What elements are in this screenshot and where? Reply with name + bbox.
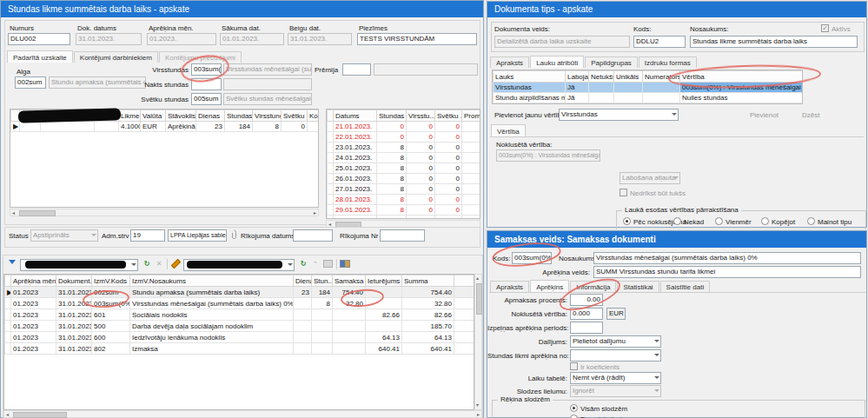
radio-mainot-tipu[interactable] bbox=[807, 217, 815, 225]
tab-saistitie-dati[interactable]: Saistītie dati bbox=[660, 281, 711, 292]
aprekina-veids-field[interactable]: SUMM Virsstundas stundu tarifa likmei bbox=[593, 266, 861, 278]
window-title-bar[interactable]: Dokumenta tips - apskate bbox=[487, 2, 866, 17]
tab-apraksts[interactable]: Apraksts bbox=[490, 56, 529, 68]
column-header[interactable]: Labojams bbox=[566, 71, 589, 83]
radio-vienmer[interactable] bbox=[715, 217, 723, 225]
tab-aprekins[interactable]: Aprēķins bbox=[530, 280, 569, 292]
nosaukums-field[interactable]: Stundas likme summētais darba laiks bbox=[690, 36, 858, 48]
column-header[interactable]: Virsstu... bbox=[407, 110, 435, 122]
tab-kontejumu-precizejumi[interactable]: Kontējumu precizējumi bbox=[159, 51, 242, 63]
column-header[interactable]: IzmV.Nosaukums bbox=[130, 275, 294, 287]
table-row[interactable]: ▶4.1000EURAprēķinā2318480 bbox=[11, 122, 320, 132]
table-row[interactable]: 25.01.2023.800 bbox=[328, 163, 481, 174]
table-row[interactable]: 30.01.2023.800 bbox=[328, 216, 481, 220]
table-row[interactable]: 01.202331.01.2023.500Darba devēja daļa s… bbox=[5, 321, 475, 332]
rikojuma-nr-field[interactable] bbox=[380, 229, 425, 242]
column-header[interactable]: Summa bbox=[402, 275, 454, 287]
column-header[interactable]: Stundas bbox=[377, 110, 407, 122]
table-row[interactable]: VirsstundasJā003sum(0%) : Virsstundas mē… bbox=[494, 83, 804, 93]
tab-informacija[interactable]: Informācija bbox=[570, 281, 616, 292]
calc-vscrollbar[interactable]: ▴ ▾ bbox=[474, 274, 482, 410]
tab-padarita-uzskaite[interactable]: Padarītā uzskaite bbox=[7, 50, 73, 63]
table-row[interactable]: 01.202331.01.2023.003sum(0%)Virsstundas … bbox=[5, 298, 475, 309]
izpelnas-field[interactable] bbox=[570, 322, 603, 334]
slodzes-lielumu-combo[interactable]: Ignorēt bbox=[570, 385, 661, 397]
table-row[interactable]: 29.01.2023.800 bbox=[328, 205, 481, 216]
sakuma-dat-field[interactable]: 01.01.2023. bbox=[220, 33, 284, 45]
column-header[interactable]: Dienas bbox=[294, 275, 312, 287]
column-header[interactable]: Ko bbox=[308, 110, 320, 122]
column-header[interactable]: Stundas bbox=[225, 110, 253, 122]
column-header[interactable]: Numerators bbox=[643, 71, 680, 83]
column-header[interactable]: Likme bbox=[119, 110, 141, 122]
column-header[interactable]: Promb. bbox=[462, 110, 481, 122]
table-row[interactable]: 23.01.2023.800 bbox=[328, 143, 481, 153]
table-row[interactable]: 21.01.2023.000 bbox=[328, 122, 481, 132]
beigu-dat-field[interactable]: 31.01.2023. bbox=[288, 33, 352, 45]
nedrikst-tukss-checkbox[interactable] bbox=[620, 189, 627, 196]
column-header[interactable]: Valūta bbox=[141, 110, 166, 122]
adm-strv-field[interactable]: 19 bbox=[130, 229, 165, 242]
dalijums-combo[interactable]: Pielietot dalījumu bbox=[570, 335, 661, 348]
pievienot-button[interactable]: Pievienot bbox=[750, 111, 779, 119]
column-header[interactable]: Vērtība bbox=[680, 71, 804, 83]
table-row[interactable]: 26.01.2023.800 bbox=[328, 174, 481, 184]
stundas-likmi-combo[interactable] bbox=[570, 349, 661, 362]
radio-pec-noklusejuma[interactable] bbox=[623, 217, 631, 225]
radio-pamatslodzei[interactable] bbox=[570, 415, 578, 418]
alga-code-field[interactable]: 002sum bbox=[15, 76, 46, 89]
column-header[interactable] bbox=[5, 275, 11, 287]
column-header[interactable]: Datums bbox=[334, 110, 377, 122]
column-header[interactable]: Samaksa bbox=[333, 275, 366, 287]
premija-code-field[interactable] bbox=[342, 63, 371, 76]
tab-papildgrupas[interactable]: Papildgrupas bbox=[585, 56, 638, 68]
svetku-code-field[interactable]: 005sum bbox=[191, 93, 222, 105]
piezimes-field[interactable]: TESTS VIRSSTUNDĀM bbox=[357, 33, 477, 45]
aktivs-checkbox[interactable]: ✓ bbox=[821, 24, 829, 32]
column-header[interactable] bbox=[454, 275, 475, 287]
dzest-button[interactable]: Dzēst bbox=[802, 111, 819, 119]
labosana-combo[interactable]: Labošana atļauta bbox=[620, 172, 680, 184]
dok-datums-field[interactable]: 31.01.2023. bbox=[76, 33, 142, 45]
radio-nekad[interactable] bbox=[673, 217, 681, 225]
calc-hscrollbar[interactable]: ◂ ▸ bbox=[3, 410, 482, 418]
kods-field[interactable]: DDLU2 bbox=[633, 36, 686, 48]
pay-kods-field[interactable]: 003sum(0%) bbox=[512, 252, 552, 264]
tab-pay-apraksts[interactable]: Apraksts bbox=[490, 281, 529, 292]
apmaksas-procents-field[interactable]: 0.00 bbox=[570, 294, 603, 306]
radio-visam-slodzem[interactable] bbox=[570, 404, 578, 412]
refresh2-icon[interactable]: ↻ bbox=[298, 259, 308, 269]
numurs-field[interactable]: DLU002 bbox=[8, 33, 70, 45]
nokluseta-field[interactable]: 0.000 bbox=[570, 308, 603, 320]
column-header[interactable] bbox=[328, 110, 334, 122]
table-row[interactable]: ▶01.202331.01.2023.002sumStundu apmaksa … bbox=[5, 287, 475, 298]
column-header[interactable]: Stāvoklis bbox=[166, 110, 196, 122]
options-icon[interactable]: '' bbox=[310, 259, 321, 269]
table-row[interactable]: 27.01.2023.800 bbox=[328, 184, 481, 195]
column-header[interactable]: Dokument... ▲ bbox=[56, 275, 92, 287]
table-row[interactable]: 01.202331.01.2023.600Iedzīvotāju ienākum… bbox=[5, 332, 475, 343]
ir-koeficients-checkbox[interactable] bbox=[570, 362, 578, 370]
new-value-combo[interactable]: Virsstundas bbox=[559, 109, 679, 121]
status-combo[interactable]: Apstiprināts bbox=[30, 229, 98, 242]
tab-vertiba[interactable]: Vērtība bbox=[491, 124, 526, 136]
paperclip-icon[interactable] bbox=[229, 229, 239, 240]
table-row[interactable]: Stundu aizpildīšanas metodeJāNulles stun… bbox=[494, 93, 804, 103]
column-header[interactable]: Svētku ... bbox=[435, 110, 462, 122]
column-header[interactable]: Netukšs bbox=[589, 71, 614, 83]
tab-kontejumi-darbiniekiem[interactable]: Kontējumi darbiniekiem bbox=[74, 51, 158, 63]
refresh-icon[interactable]: ↻ bbox=[142, 259, 152, 269]
aprekina-men-field[interactable]: 01.2023. bbox=[147, 33, 216, 45]
column-header[interactable]: Lauks bbox=[494, 71, 566, 83]
edit-pencil-icon[interactable] bbox=[170, 259, 181, 269]
virsstundas-code-field[interactable]: 003sum(0% bbox=[191, 63, 222, 76]
table-row[interactable]: 01.202331.01.2023.601Sociālais nodoklis8… bbox=[5, 309, 475, 321]
table-row[interactable]: 22.01.2023.000 bbox=[328, 132, 481, 143]
column-header[interactable]: Ieturējums bbox=[366, 275, 402, 287]
filter-icon[interactable] bbox=[7, 260, 17, 270]
adm-name-field[interactable]: LPPA Liepājas sabiedrisk bbox=[168, 229, 227, 242]
window-title-bar[interactable]: Stundas likme summētais darba laiks - ap… bbox=[1, 1, 483, 17]
tab-statistikai[interactable]: Statistikai bbox=[617, 281, 659, 292]
window-title-bar[interactable]: Samaksas veids: Samaksas dokumenti bbox=[487, 231, 866, 248]
radio-kopejot[interactable] bbox=[761, 217, 769, 225]
